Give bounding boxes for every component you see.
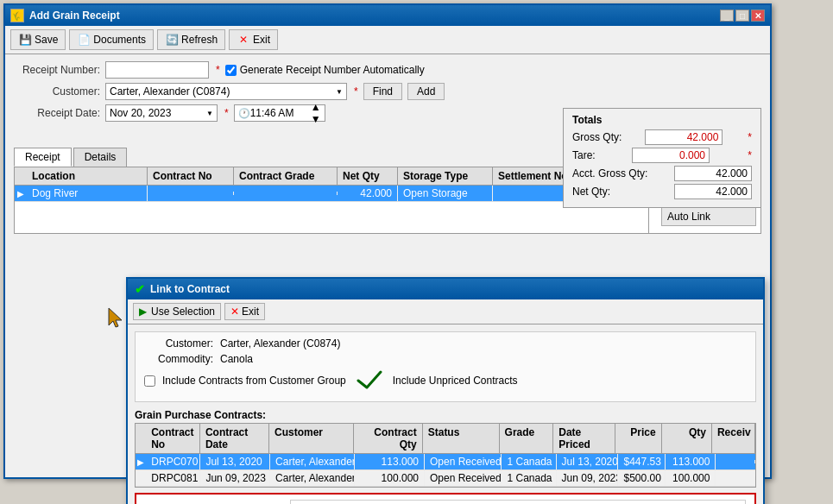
tare-label: Tare:	[572, 149, 596, 161]
customer-dropdown-arrow: ▼	[336, 88, 343, 96]
save-button[interactable]: 💾 Save	[10, 29, 66, 50]
find-button[interactable]: Find	[363, 83, 402, 100]
col-header-contract-qty: Contract Qty	[354, 424, 423, 453]
dialog-commodity-row: Commodity: Canola	[144, 353, 747, 365]
include-contracts-checkbox[interactable]	[144, 375, 155, 387]
contracts-header: Contract No Contract Date Customer Contr…	[136, 424, 755, 454]
tab-receipt[interactable]: Receipt	[14, 148, 72, 167]
table-row[interactable]: ▶ Dog River 42.000 Open Storage	[15, 186, 648, 202]
receipt-number-input[interactable]	[105, 61, 209, 79]
col-contract-no: Contract No	[148, 167, 234, 185]
customer-dropdown[interactable]: Carter, Alexander (C0874) ▼	[105, 83, 347, 100]
col-header-grade: Grade	[500, 424, 554, 453]
window-icon: 🌾	[10, 9, 24, 22]
acct-gross-label: Acct. Gross Qty:	[572, 167, 647, 180]
row1-customer: Carter, Alexander	[270, 454, 355, 469]
gross-qty-row: Gross Qty: 42.000 *	[572, 129, 752, 145]
dialog-customer-value: Carter, Alexander (C0874)	[220, 337, 340, 350]
tare-row: Tare: 0.000 *	[572, 148, 752, 163]
gross-required: *	[748, 131, 752, 143]
receipt-number-label: Receipt Number:	[14, 64, 100, 76]
main-content: Receipt Number: * Generate Receipt Numbe…	[5, 54, 770, 477]
col-header-price: Price	[615, 424, 662, 453]
receipt-section: Customer: Carter, Alexander (C0874) Comm…	[135, 331, 756, 402]
time-up-arrow[interactable]: ▲	[311, 101, 321, 113]
save-icon: 💾	[18, 33, 32, 47]
contracts-grid: Contract No Contract Date Customer Contr…	[135, 423, 756, 488]
documents-button[interactable]: 📄 Documents	[69, 29, 154, 50]
cell-contract-no	[148, 192, 234, 195]
row1-contract-no: DRPC070	[146, 454, 200, 469]
col-header-contract-no: Contract No	[146, 424, 200, 453]
tab-details[interactable]: Details	[73, 148, 128, 167]
row2-contract-qty: 100.000	[355, 470, 425, 486]
net-qty-value: 42.000	[674, 184, 752, 199]
totals-title: Totals	[572, 114, 752, 126]
use-selection-button[interactable]: ▶ Use Selection	[133, 303, 221, 320]
row1-contract-date: Jul 13, 2020	[200, 454, 270, 469]
main-grid-area: Location Contract No Contract Grade Net …	[15, 167, 648, 233]
documents-icon: 📄	[77, 33, 91, 47]
row1-price: $447.53	[618, 454, 665, 469]
row1-arrow: ▶	[136, 457, 146, 467]
add-button[interactable]: Add	[407, 83, 445, 100]
col-header-status: Status	[423, 424, 500, 453]
auto-link-button[interactable]: Auto Link	[661, 207, 756, 226]
contract-row-2[interactable]: DRPC081 Jun 09, 2023 Carter, Alexander 1…	[136, 470, 755, 487]
minimize-button[interactable]: _	[720, 9, 734, 22]
row2-qty: 100.000	[666, 470, 716, 486]
generate-checkbox[interactable]	[225, 65, 237, 76]
row1-qty: 113.000	[666, 454, 716, 469]
link-contract-title-label: Link to Contract	[150, 283, 230, 295]
acct-gross-value: 42.000	[674, 166, 752, 181]
date-dropdown-arrow: ▼	[206, 110, 213, 117]
link-exit-label: Exit	[242, 306, 259, 318]
row2-status: Open Received	[425, 470, 502, 486]
date-required: *	[224, 107, 229, 119]
row2-customer: Carter, Alexander	[270, 470, 355, 486]
row1-received	[716, 460, 755, 463]
row1-status: Open Received	[425, 454, 502, 469]
net-qty-label: Net Qty:	[572, 186, 610, 198]
row-arrow: ▶	[15, 189, 27, 198]
gross-qty-value: 42.000	[645, 129, 723, 145]
tare-value: 0.000	[632, 148, 710, 163]
row1-date-priced: Jul 13, 2020	[557, 454, 619, 469]
receipt-required: *	[216, 64, 220, 76]
tab-details-label: Details	[85, 151, 117, 163]
contract-row-1[interactable]: ▶ DRPC070 Jul 13, 2020 Carter, Alexander…	[136, 454, 755, 470]
customer-required: *	[354, 85, 358, 98]
tare-required: *	[748, 149, 752, 161]
exit-button[interactable]: ✕ Exit	[229, 29, 278, 50]
col-storage-type: Storage Type	[398, 167, 493, 185]
link-exit-icon: ✕	[230, 306, 239, 318]
refresh-icon: 🔄	[165, 33, 179, 47]
documents-label: Documents	[93, 34, 146, 46]
receipt-date-dropdown[interactable]: Nov 20, 2023 ▼	[105, 104, 218, 122]
cell-contract-grade	[234, 192, 338, 195]
dialog-commodity-value: Canola	[220, 353, 253, 365]
time-input[interactable]	[250, 107, 311, 119]
close-button[interactable]: ✕	[751, 9, 765, 22]
toolbar: 💾 Save 📄 Documents 🔄 Refresh ✕ Exit	[5, 26, 770, 54]
col-location: Location	[27, 167, 148, 185]
row1-grade: 1 Canada	[502, 454, 556, 469]
totals-box: Totals Gross Qty: 42.000 * Tare: 0.000 *…	[563, 108, 761, 208]
generate-checkbox-label: Generate Receipt Number Automatically	[240, 64, 425, 76]
delivery-section: Delivery Destination Point: CPAB – Edmon…	[135, 493, 756, 504]
acct-gross-row: Acct. Gross Qty: 42.000	[572, 166, 752, 181]
maximize-button[interactable]: □	[735, 9, 749, 22]
row2-contract-no: DRPC081	[146, 470, 200, 486]
col-header-contract-date: Contract Date	[200, 424, 269, 453]
col-net-qty: Net Qty	[338, 167, 398, 185]
row2-price: $500.00	[618, 470, 665, 486]
auto-link-label: Auto Link	[667, 211, 710, 223]
refresh-button[interactable]: 🔄 Refresh	[157, 29, 225, 50]
link-exit-button[interactable]: ✕ Exit	[224, 303, 265, 320]
dialog-customer-row: Customer: Carter, Alexander (C0874)	[144, 337, 747, 350]
customer-value: Carter, Alexander (C0874)	[110, 85, 230, 98]
save-label: Save	[35, 34, 58, 46]
receipt-date-label: Receipt Date:	[14, 107, 100, 119]
time-down-arrow[interactable]: ▼	[311, 113, 321, 125]
grid-header: Location Contract No Contract Grade Net …	[15, 167, 648, 186]
